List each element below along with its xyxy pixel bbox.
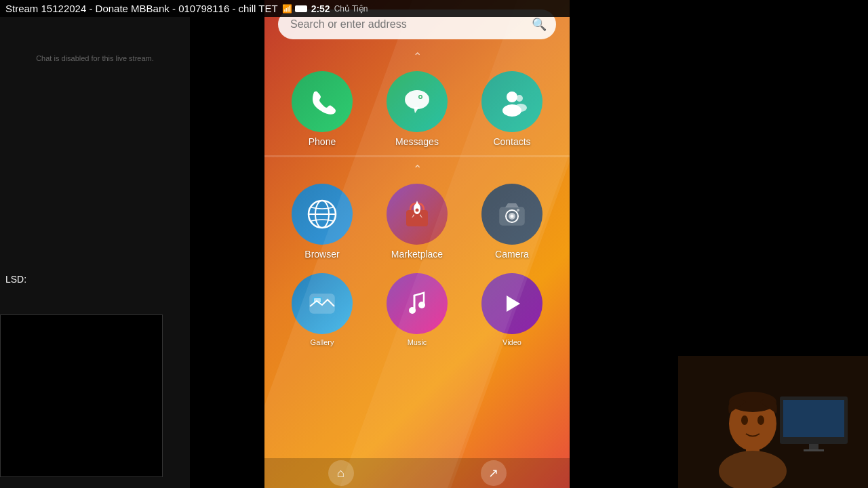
home-button[interactable]: ⌂: [328, 460, 354, 486]
svg-point-7: [515, 104, 527, 112]
svg-rect-27: [783, 400, 844, 437]
contacts-label: Contacts: [493, 136, 530, 147]
svg-marker-24: [507, 296, 520, 312]
svg-point-0: [405, 90, 429, 109]
scroll-up-arrow-2[interactable]: ⌃: [264, 160, 570, 178]
app-grid-row2: Browser Marketplace: [264, 178, 570, 265]
svg-point-18: [517, 209, 519, 211]
battery-icon: [295, 5, 307, 12]
right-panel: [678, 0, 868, 488]
section-divider-1: [264, 155, 570, 157]
phone-bottom-bar: ⌂ ↗: [264, 458, 570, 488]
video-icon: [481, 273, 542, 334]
marketplace-icon: [387, 184, 448, 245]
svg-point-23: [418, 302, 425, 308]
camera-icon: [481, 184, 542, 245]
search-input[interactable]: [290, 18, 526, 30]
video-label: Video: [502, 338, 521, 346]
left-panel: Chat is disabled for this live stream. L…: [0, 0, 190, 488]
app-grid-row1: Phone Messages C: [264, 66, 570, 152]
svg-point-22: [409, 307, 416, 314]
music-label: Music: [408, 338, 427, 346]
svg-marker-1: [414, 107, 419, 113]
gallery-icon: [292, 273, 353, 334]
app-grid-row3: Gallery Music Video: [264, 268, 570, 352]
app-browser[interactable]: Browser: [278, 184, 366, 260]
app-gallery[interactable]: Gallery: [278, 273, 366, 346]
webcam-view: [678, 356, 868, 488]
time-display: 2:52: [311, 3, 330, 14]
app-music[interactable]: Music: [373, 273, 461, 346]
phone-label: Phone: [309, 136, 336, 147]
app-messages[interactable]: Messages: [373, 71, 461, 147]
contacts-icon: [481, 71, 542, 132]
search-button[interactable]: 🔍: [532, 17, 547, 32]
browser-label: Browser: [304, 249, 339, 260]
svg-point-17: [511, 215, 514, 218]
phone-icon: [292, 71, 353, 132]
svg-point-4: [507, 92, 517, 102]
browser-icon: [292, 184, 353, 245]
svg-point-34: [757, 415, 764, 425]
phone-screen: 🔍 ⌃ Phone Messages: [264, 0, 570, 488]
svg-point-33: [741, 415, 748, 425]
app-video[interactable]: Video: [468, 273, 556, 346]
messages-label: Messages: [395, 136, 439, 147]
share-button[interactable]: ↗: [481, 460, 507, 486]
signal-icon: 📶: [282, 4, 292, 14]
app-camera[interactable]: Camera: [468, 184, 556, 260]
svg-point-3: [420, 96, 422, 98]
marketplace-label: Marketplace: [391, 249, 443, 260]
chat-disabled-text: Chat is disabled for this live stream.: [0, 54, 190, 62]
app-marketplace[interactable]: Marketplace: [373, 184, 461, 260]
app-contacts[interactable]: Contacts: [468, 71, 556, 147]
app-phone[interactable]: Phone: [278, 71, 366, 147]
svg-rect-28: [809, 444, 818, 449]
scroll-up-arrow-1[interactable]: ⌃: [264, 47, 570, 66]
stream-title-bar: Stream 15122024 - Donate MBBank - 010798…: [0, 0, 570, 17]
gallery-label: Gallery: [311, 338, 334, 346]
svg-rect-29: [804, 449, 824, 451]
svg-point-6: [516, 95, 523, 102]
camera-label: Camera: [495, 249, 529, 260]
messages-icon: [387, 71, 448, 132]
webcam-face: [678, 356, 868, 488]
lsd-label: LSD:: [5, 274, 26, 285]
stream-title-text: Stream 15122024 - Donate MBBank - 010798…: [5, 3, 278, 14]
music-icon: [387, 273, 448, 334]
chu-tien-label: Chủ Tiện: [334, 4, 368, 14]
svg-point-13: [416, 209, 419, 212]
lsd-box: [0, 314, 163, 477]
status-icons: 📶: [282, 4, 307, 14]
